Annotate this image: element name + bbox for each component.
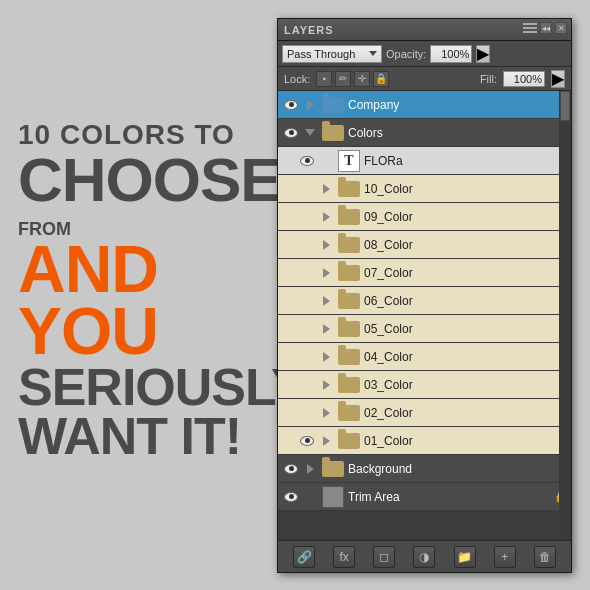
layer-colors[interactable]: Colors [278,119,571,147]
expand-arrow-background [307,464,314,474]
scrollbar-thumb[interactable] [560,91,570,121]
expand-05color[interactable] [318,324,334,334]
thumb-06color [336,290,362,312]
thumb-03color [336,374,362,396]
expand-06color[interactable] [318,296,334,306]
expand-arrow-02color [323,408,330,418]
layer-name-trim-area: Trim Area [348,490,553,504]
thumb-trim-area [320,486,346,508]
panel-titlebar: LAYERS ◂◂ ✕ [278,19,571,41]
folder-icon-02color [338,405,360,421]
expand-colors[interactable] [302,129,318,136]
left-text-area: 10 COLORS TO CHOOSE!FROM AND YOU SERIOUS… [18,120,268,462]
expand-08color[interactable] [318,240,334,250]
collapse-button[interactable]: ◂◂ [540,22,552,34]
gray-thumbnail-trim-area [322,486,344,508]
layer-background[interactable]: Background [278,455,571,483]
delete-layer-button[interactable]: 🗑 [534,546,556,568]
blend-mode-value: Pass Through [287,48,355,60]
mask-button[interactable]: ◻ [373,546,395,568]
fill-input[interactable]: 100% [503,71,545,87]
layer-name-03color: 03_Color [364,378,569,392]
expand-09color[interactable] [318,212,334,222]
layer-name-07color: 07_Color [364,266,569,280]
expand-company[interactable] [302,100,318,110]
layers-panel: LAYERS ◂◂ ✕ Pass Through Opacity: 100% ▶… [277,18,572,573]
thumb-colors [320,122,346,144]
layers-list: Company Colors T FLORa [278,91,571,540]
eye-colors[interactable] [280,128,302,138]
layer-name-company: Company [348,98,569,112]
layer-10color[interactable]: 10_Color [278,175,571,203]
toolbar-row: Pass Through Opacity: 100% ▶ [278,41,571,67]
panel-title: LAYERS [284,24,334,36]
group-button[interactable]: 📁 [454,546,476,568]
lock-icons: ▪ ✏ ✛ 🔒 [316,71,389,87]
menu-line2 [523,27,537,29]
thumb-background [320,458,346,480]
expand-arrow-company [307,100,314,110]
folder-icon-company [322,97,344,113]
layer-company[interactable]: Company [278,91,571,119]
eye-flora[interactable] [296,156,318,166]
layer-name-06color: 06_Color [364,294,569,308]
expand-07color[interactable] [318,268,334,278]
expand-arrow-03color [323,380,330,390]
layer-style-button[interactable]: fx [333,546,355,568]
link-layers-button[interactable]: 🔗 [293,546,315,568]
layer-06color[interactable]: 06_Color [278,287,571,315]
thumb-07color [336,262,362,284]
panel-menu-button[interactable] [523,23,537,33]
layer-trim-area[interactable]: Trim Area 🔒 [278,483,571,511]
layer-03color[interactable]: 03_Color [278,371,571,399]
expand-01color[interactable] [318,436,334,446]
fill-arrow-button[interactable]: ▶ [551,70,565,88]
visibility-icon-company [284,100,298,110]
layer-flora[interactable]: T FLORa [278,147,571,175]
expand-arrow-04color [323,352,330,362]
visibility-icon-trim-area [284,492,298,502]
close-button[interactable]: ✕ [555,22,567,34]
scrollbar-track[interactable] [559,91,571,540]
expand-04color[interactable] [318,352,334,362]
expand-03color[interactable] [318,380,334,390]
layer-07color[interactable]: 07_Color [278,259,571,287]
lock-all-button[interactable]: 🔒 [373,71,389,87]
lock-image-button[interactable]: ✏ [335,71,351,87]
folder-icon-07color [338,265,360,281]
eye-background[interactable] [280,464,302,474]
expand-background[interactable] [302,464,318,474]
layer-name-02color: 02_Color [364,406,569,420]
expand-02color[interactable] [318,408,334,418]
new-layer-button[interactable]: + [494,546,516,568]
layer-name-01color: 01_Color [364,434,569,448]
layer-01color[interactable]: 01_Color [278,427,571,455]
opacity-arrow-button[interactable]: ▶ [476,45,490,63]
expand-arrow-06color [323,296,330,306]
blend-mode-dropdown[interactable]: Pass Through [282,45,382,63]
line2: CHOOSE! [18,145,300,214]
layer-05color[interactable]: 05_Color [278,315,571,343]
layer-02color[interactable]: 02_Color [278,399,571,427]
folder-icon-10color [338,181,360,197]
layer-04color[interactable]: 04_Color [278,343,571,371]
menu-line3 [523,31,537,33]
opacity-input[interactable]: 100% [430,45,472,63]
visibility-icon-01color [300,436,314,446]
eye-trim-area[interactable] [280,492,302,502]
adjustment-button[interactable]: ◑ [413,546,435,568]
opacity-label: Opacity: [386,48,426,60]
expand-arrow-colors [305,129,315,136]
blend-mode-arrow [369,51,377,56]
eye-company[interactable] [280,100,302,110]
folder-icon-01color [338,433,360,449]
lock-transparent-button[interactable]: ▪ [316,71,332,87]
layer-08color[interactable]: 08_Color [278,231,571,259]
expand-10color[interactable] [318,184,334,194]
layer-09color[interactable]: 09_Color [278,203,571,231]
lock-position-button[interactable]: ✛ [354,71,370,87]
folder-icon-06color [338,293,360,309]
layer-name-colors: Colors [348,126,569,140]
folder-icon-03color [338,377,360,393]
eye-01color[interactable] [296,436,318,446]
